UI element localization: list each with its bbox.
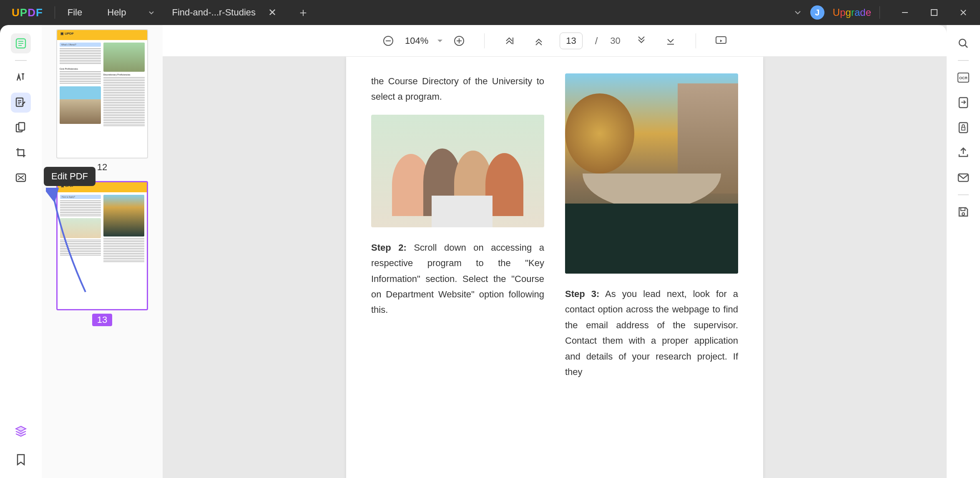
document-column-right: Step 3: As you lead next, look for a con… [565, 73, 738, 461]
user-avatar[interactable]: J [810, 5, 824, 20]
step-label: Step 3: [565, 289, 599, 299]
separator [484, 33, 485, 48]
document-area: 104% 13 / 30 [163, 25, 947, 478]
document-image-students [371, 115, 544, 227]
help-menu[interactable]: Help [95, 7, 138, 18]
email-button[interactable] [953, 168, 973, 188]
step-text: Scroll down on accessing a respective pr… [371, 242, 544, 315]
app-logo: UPDF [0, 6, 55, 19]
separator [696, 33, 696, 48]
separator [879, 6, 880, 19]
close-tab-button[interactable]: ✕ [268, 7, 276, 18]
separator [958, 60, 969, 61]
separator [15, 60, 27, 61]
svg-rect-13 [959, 123, 967, 133]
document-image-river [565, 73, 738, 274]
svg-rect-0 [931, 10, 937, 15]
svg-point-9 [959, 39, 966, 46]
maximize-button[interactable] [926, 4, 942, 21]
tab-area: Find-and-...r-Studies ✕ ＋ [143, 0, 794, 25]
paragraph-step3: Step 3: As you lead next, look for a con… [565, 286, 738, 380]
first-page-button[interactable] [501, 33, 518, 49]
svg-text:OCR: OCR [959, 76, 968, 80]
document-viewport[interactable]: the Course Directory of the University t… [163, 57, 947, 478]
minimize-button[interactable] [897, 4, 913, 21]
page-separator: / [595, 35, 598, 47]
reader-tool[interactable] [11, 33, 31, 53]
svg-point-17 [962, 213, 965, 215]
document-toolbar: 104% 13 / 30 [163, 25, 947, 57]
edit-pdf-tool[interactable] [11, 93, 31, 113]
crop-tool[interactable] [11, 143, 31, 163]
prev-page-button[interactable] [530, 33, 547, 49]
bookmark-tool[interactable] [11, 450, 31, 470]
paragraph-step2: Step 2: Scroll down on accessing a respe… [371, 240, 544, 318]
zoom-level: 104% [404, 35, 429, 46]
zoom-out-button[interactable] [380, 33, 397, 49]
right-toolbar: OCR [947, 25, 980, 478]
thumbnail-item[interactable]: ▣ UPDF What's Offered? Core Proficiencie… [42, 29, 163, 173]
thumbnail-number: 12 [97, 162, 107, 173]
separator [958, 194, 969, 195]
redact-tool[interactable] [11, 168, 31, 188]
document-column-left: the Course Directory of the University t… [371, 73, 544, 461]
page-tool[interactable] [11, 118, 31, 138]
close-button[interactable] [955, 4, 972, 21]
svg-rect-14 [962, 127, 965, 130]
document-tab[interactable]: Find-and-...r-Studies ✕ [164, 0, 285, 25]
thumbnail-number: 13 [92, 314, 112, 326]
file-menu[interactable]: File [55, 7, 95, 18]
save-button[interactable] [953, 202, 973, 222]
zoom-dropdown[interactable] [437, 38, 443, 44]
thumbnail-page-12[interactable]: ▣ UPDF What's Offered? Core Proficiencie… [56, 29, 148, 158]
upgrade-button[interactable]: Upgrade [833, 7, 871, 18]
comment-tool[interactable] [11, 68, 31, 88]
paragraph: the Course Directory of the University t… [371, 73, 544, 105]
protect-button[interactable] [953, 118, 973, 138]
document-page: the Course Directory of the University t… [346, 57, 763, 478]
ocr-button[interactable]: OCR [953, 68, 973, 88]
next-page-button[interactable] [633, 33, 650, 49]
page-input[interactable]: 13 [560, 33, 582, 49]
step-label: Step 2: [371, 242, 407, 253]
step-text: As you lead next, look for a contact opt… [565, 289, 738, 377]
share-button[interactable] [953, 143, 973, 163]
left-toolbar [0, 25, 42, 478]
svg-rect-4 [19, 123, 25, 130]
zoom-in-button[interactable] [451, 33, 467, 49]
layers-tool[interactable] [11, 421, 31, 441]
convert-button[interactable] [953, 93, 973, 113]
annotation-arrow [46, 188, 96, 296]
page-total: 30 [610, 35, 620, 46]
tab-dropdown-icon[interactable] [143, 4, 160, 21]
chevron-down-icon[interactable] [794, 8, 802, 17]
tab-title: Find-and-...r-Studies [172, 7, 256, 18]
tooltip-edit-pdf: Edit PDF [44, 167, 95, 186]
titlebar-right: J Upgrade [794, 4, 980, 21]
new-tab-button[interactable]: ＋ [297, 5, 309, 20]
svg-rect-8 [716, 37, 726, 43]
presentation-button[interactable] [713, 33, 729, 49]
last-page-button[interactable] [662, 33, 679, 49]
search-button[interactable] [953, 33, 973, 53]
titlebar: UPDF File Help Find-and-...r-Studies ✕ ＋… [0, 0, 980, 25]
